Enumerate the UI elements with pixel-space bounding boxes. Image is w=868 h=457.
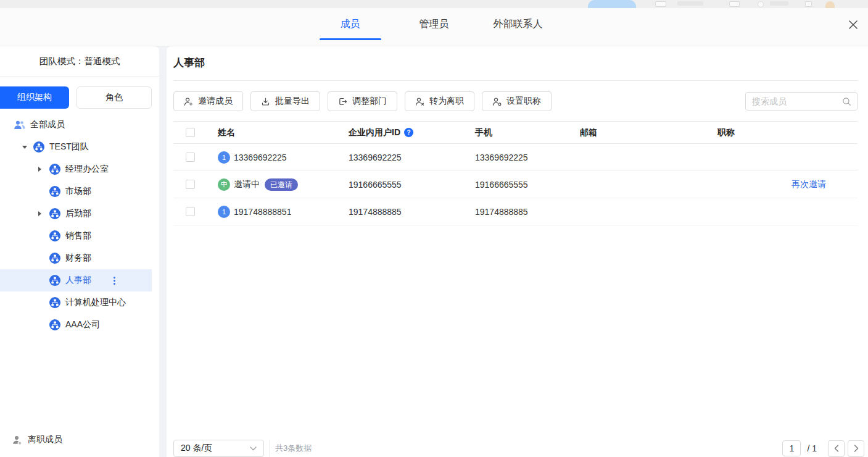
chevron-left-icon (834, 445, 839, 452)
chevron-placeholder (38, 233, 46, 239)
chevron-placeholder (38, 255, 46, 261)
member-user-id: 19174888885 (349, 207, 475, 217)
tree-item-label: 财务部 (65, 253, 91, 264)
header-name: 姓名 (218, 127, 349, 138)
chevron-right-icon (854, 445, 859, 452)
tree-item-label: 销售部 (65, 230, 91, 241)
member-user-id: 13369692225 (349, 153, 475, 162)
chevron-placeholder (38, 277, 46, 283)
tree-item-marketing[interactable]: 市场部 (0, 180, 152, 203)
member-name: 191748888851 (234, 207, 291, 217)
header-phone: 手机 (475, 127, 580, 138)
tree-item-computing-center[interactable]: 计算机处理中心 (0, 291, 152, 314)
search-icon[interactable] (842, 97, 851, 108)
header-email: 邮箱 (580, 127, 717, 138)
resigned-members-item[interactable]: 离职成员 (0, 432, 62, 447)
resigned-members-label: 离职成员 (28, 434, 62, 445)
member-phone: 19174888885 (475, 207, 580, 217)
chevron-collapsed-icon[interactable] (38, 211, 46, 217)
previous-page-button[interactable] (828, 440, 845, 457)
org-sidebar: 团队模式：普通模式 组织架构 角色 全部成员 TEST团队 经理办公室 (0, 46, 159, 457)
chevron-expanded-icon[interactable] (22, 144, 30, 150)
table-row: 1 13369692225 13369692225 13369692225 (173, 144, 858, 171)
adjust-department-label: 调整部门 (352, 96, 387, 107)
page-number-input[interactable] (782, 440, 801, 456)
tree-item-aaa-company[interactable]: AAA公司 (0, 314, 152, 336)
tab-external-contacts[interactable]: 外部联系人 (487, 8, 549, 40)
header-user-id: 企业内用户ID ? (349, 127, 475, 138)
tree-item-logistics[interactable]: 后勤部 (0, 203, 152, 225)
member-panel: 人事部 邀请成员 批量导出 调整部门 转为离职 设置职称 (167, 46, 868, 457)
tab-admins-label: 管理员 (420, 18, 449, 31)
row-checkbox[interactable] (186, 207, 195, 216)
row-checkbox[interactable] (186, 153, 195, 162)
header-job-title: 职称 (717, 127, 792, 138)
invite-member-button[interactable]: 邀请成员 (173, 91, 243, 111)
org-structure-button[interactable]: 组织架构 (0, 86, 69, 109)
title-divider (173, 80, 858, 81)
tree-item-all-members[interactable]: 全部成员 (0, 114, 152, 136)
close-icon[interactable] (847, 19, 859, 31)
chevron-placeholder (38, 300, 46, 306)
batch-export-button[interactable]: 批量导出 (250, 91, 320, 111)
avatar: 1 (218, 206, 230, 218)
more-actions-icon[interactable] (114, 277, 115, 285)
tab-members[interactable]: 成员 (320, 8, 381, 40)
avatar: 中 (218, 178, 230, 191)
background-icon-ghost-2 (729, 1, 740, 7)
member-table: 姓名 企业内用户ID ? 手机 邮箱 职称 1 13369692225 1336… (173, 121, 858, 225)
search-input[interactable] (752, 93, 838, 110)
tree-item-label: 计算机处理中心 (65, 297, 126, 308)
person-add-icon (184, 97, 193, 106)
page-title: 人事部 (173, 56, 205, 70)
tree-item-hr-selected[interactable]: 人事部 (0, 269, 152, 291)
invite-member-label: 邀请成员 (198, 96, 233, 107)
department-icon (49, 230, 60, 241)
header-user-id-label: 企业内用户ID (349, 127, 400, 138)
select-all-checkbox[interactable] (186, 128, 195, 137)
member-search (745, 92, 858, 111)
header-name-label: 姓名 (218, 127, 235, 138)
member-user-id: 19166665555 (349, 180, 475, 190)
group-icon (14, 120, 25, 130)
role-button[interactable]: 角色 (76, 86, 152, 109)
reinvite-link[interactable]: 再次邀请 (792, 179, 826, 189)
adjust-department-button[interactable]: 调整部门 (328, 91, 397, 111)
tree-item-label: 全部成员 (30, 119, 65, 130)
footer-divider (269, 440, 270, 457)
background-primary-button-ghost (588, 0, 636, 8)
tree-item-label: 经理办公室 (65, 164, 109, 175)
total-count-label: 共3条数据 (275, 443, 312, 454)
set-resigned-button[interactable]: 转为离职 (405, 91, 474, 111)
resigned-person-icon (12, 435, 22, 445)
tree-item-sales[interactable]: 销售部 (0, 225, 152, 247)
background-icon-ghost-3 (758, 1, 764, 7)
tree-item-label: AAA公司 (65, 319, 100, 330)
member-toolbar: 邀请成员 批量导出 调整部门 转为离职 设置职称 (173, 91, 858, 111)
page-size-select[interactable]: 20 条/页 (173, 440, 264, 457)
avatar: 1 (218, 151, 230, 164)
tree-item-label: 人事部 (65, 275, 91, 286)
batch-export-label: 批量导出 (275, 96, 310, 107)
download-icon (261, 97, 270, 106)
tree-item-label: 后勤部 (65, 208, 91, 219)
help-icon[interactable]: ? (404, 128, 413, 137)
tree-item-finance[interactable]: 财务部 (0, 247, 152, 269)
department-icon (49, 164, 60, 175)
team-mode-label: 团队模式：普通模式 (0, 46, 159, 77)
tab-admins[interactable]: 管理员 (403, 8, 465, 40)
invited-status-badge: 已邀请 (265, 178, 298, 191)
tree-item-manager-office[interactable]: 经理办公室 (0, 158, 152, 180)
table-row: 中 邀请中 已邀请 19166665555 19166665555 再次邀请 (173, 171, 858, 198)
background-icon-ghost-4 (805, 1, 812, 7)
tree-item-test-team[interactable]: TEST团队 (0, 136, 152, 158)
department-icon (49, 297, 60, 308)
background-text-ghost-1 (677, 1, 703, 6)
department-tree: 全部成员 TEST团队 经理办公室 市场部 (0, 114, 159, 336)
department-icon (49, 208, 60, 219)
set-job-title-button[interactable]: 设置职称 (482, 91, 552, 111)
chevron-collapsed-icon[interactable] (38, 166, 46, 172)
background-avatar-ghost (825, 1, 835, 8)
next-page-button[interactable] (848, 440, 864, 457)
row-checkbox[interactable] (186, 180, 195, 189)
